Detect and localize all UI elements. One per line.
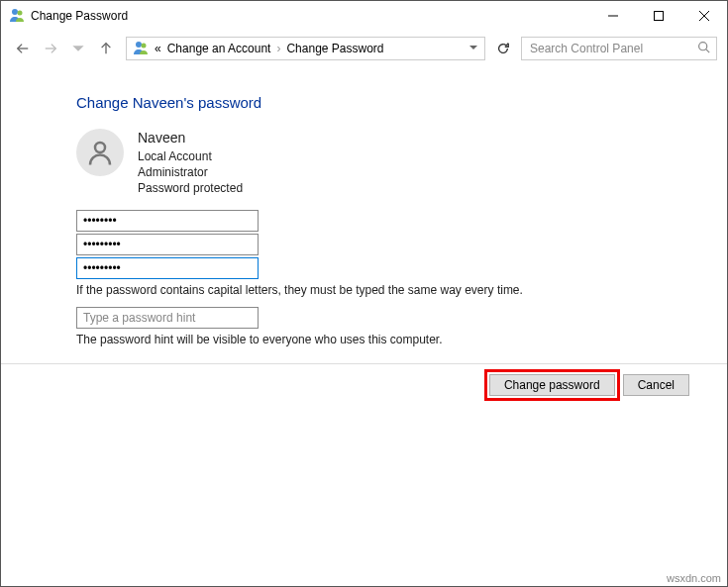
navbar: « Change an Account › Change Password	[1, 31, 727, 66]
search-input[interactable]	[528, 41, 686, 56]
svg-point-7	[142, 43, 147, 48]
user-type: Local Account	[138, 148, 243, 164]
svg-point-10	[95, 143, 105, 152]
svg-point-1	[18, 10, 23, 15]
maximize-button[interactable]	[636, 1, 681, 31]
svg-point-8	[699, 43, 707, 50]
search-icon	[697, 41, 710, 56]
refresh-button[interactable]	[489, 37, 517, 60]
svg-point-0	[12, 9, 18, 15]
svg-line-9	[706, 49, 709, 52]
password-hint-note: The password hint will be visible to eve…	[76, 333, 727, 346]
titlebar: Change Password	[1, 1, 727, 31]
user-accounts-icon	[133, 40, 149, 58]
page-title: Change Naveen's password	[76, 94, 727, 111]
window: Change Password « Change an Account › Ch…	[0, 0, 728, 587]
chevron-right-icon: ›	[276, 42, 280, 55]
breadcrumb-prefix: «	[155, 42, 161, 55]
change-password-button[interactable]: Change password	[489, 374, 615, 396]
window-title: Change Password	[31, 9, 128, 23]
user-accounts-icon	[9, 7, 25, 26]
new-password-field[interactable]	[76, 234, 259, 255]
back-button[interactable]	[11, 37, 35, 60]
search-box[interactable]	[521, 37, 717, 60]
avatar	[76, 129, 124, 176]
breadcrumb-item[interactable]: Change Password	[286, 42, 383, 55]
user-info: Naveen Local Account Administrator Passw…	[138, 129, 243, 196]
footer: Change password Cancel	[1, 363, 727, 396]
password-hint-field[interactable]	[76, 307, 259, 329]
titlebar-left: Change Password	[9, 7, 128, 26]
current-password-field[interactable]	[76, 210, 259, 232]
chevron-down-icon[interactable]	[468, 42, 478, 55]
address-bar[interactable]: « Change an Account › Change Password	[126, 37, 485, 60]
password-caps-hint: If the password contains capital letters…	[76, 283, 727, 297]
confirm-password-field[interactable]	[76, 257, 259, 279]
watermark: wsxdn.com	[667, 572, 721, 584]
window-controls	[590, 1, 727, 31]
breadcrumb-item[interactable]: Change an Account	[167, 42, 271, 55]
forward-button[interactable]	[39, 37, 62, 60]
recent-dropdown[interactable]	[66, 37, 90, 60]
cancel-button[interactable]: Cancel	[623, 374, 689, 396]
user-role: Administrator	[138, 164, 243, 180]
up-button[interactable]	[94, 37, 118, 60]
content: Change Naveen's password Naveen Local Ac…	[1, 66, 727, 346]
user-status: Password protected	[138, 180, 243, 196]
user-name: Naveen	[138, 129, 243, 147]
close-button[interactable]	[681, 1, 727, 31]
svg-point-6	[136, 42, 142, 48]
svg-rect-3	[655, 12, 664, 21]
user-summary: Naveen Local Account Administrator Passw…	[76, 129, 727, 196]
minimize-button[interactable]	[590, 1, 636, 31]
